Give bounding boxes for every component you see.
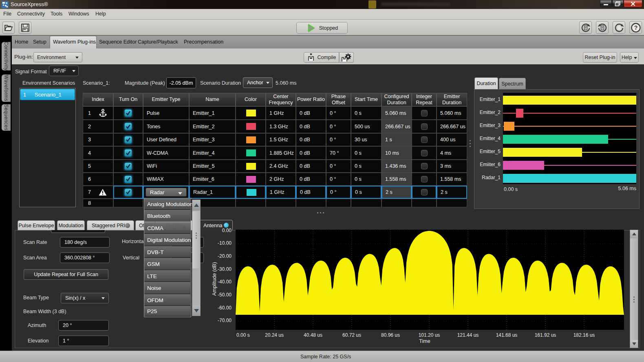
svg-text:?: ? (634, 24, 637, 31)
